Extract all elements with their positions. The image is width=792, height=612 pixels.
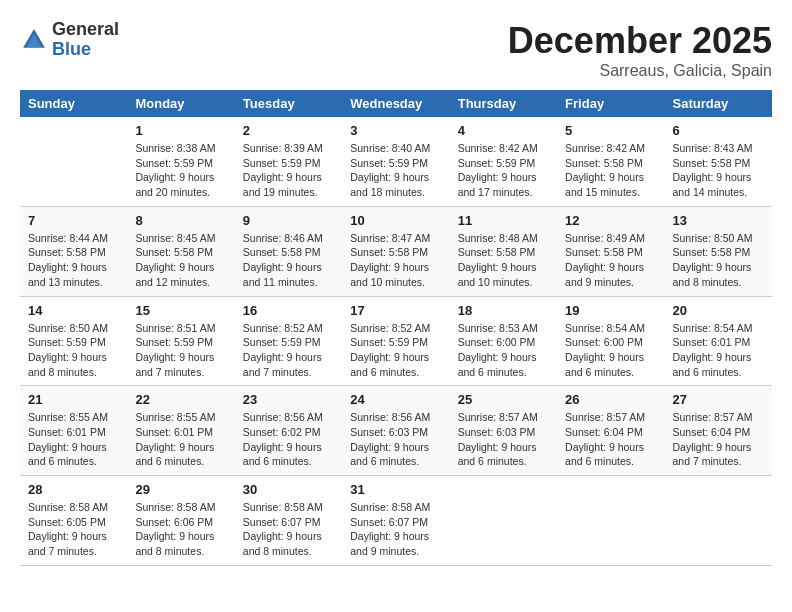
day-number: 22 [135,392,226,407]
calendar-cell: 3Sunrise: 8:40 AMSunset: 5:59 PMDaylight… [342,117,449,206]
day-info: Sunrise: 8:54 AMSunset: 6:00 PMDaylight:… [565,321,656,380]
day-number: 12 [565,213,656,228]
day-info: Sunrise: 8:48 AMSunset: 5:58 PMDaylight:… [458,231,549,290]
day-info: Sunrise: 8:42 AMSunset: 5:59 PMDaylight:… [458,141,549,200]
day-info: Sunrise: 8:46 AMSunset: 5:58 PMDaylight:… [243,231,334,290]
day-number: 18 [458,303,549,318]
day-info: Sunrise: 8:51 AMSunset: 5:59 PMDaylight:… [135,321,226,380]
col-header-sunday: Sunday [20,90,127,117]
day-info: Sunrise: 8:58 AMSunset: 6:07 PMDaylight:… [350,500,441,559]
logo-icon [20,26,48,54]
calendar-cell: 23Sunrise: 8:56 AMSunset: 6:02 PMDayligh… [235,386,342,476]
page-header: General Blue December 2025 Sarreaus, Gal… [20,20,772,80]
day-info: Sunrise: 8:56 AMSunset: 6:03 PMDaylight:… [350,410,441,469]
day-number: 20 [673,303,764,318]
day-info: Sunrise: 8:56 AMSunset: 6:02 PMDaylight:… [243,410,334,469]
day-number: 24 [350,392,441,407]
day-info: Sunrise: 8:40 AMSunset: 5:59 PMDaylight:… [350,141,441,200]
day-number: 13 [673,213,764,228]
day-number: 3 [350,123,441,138]
calendar-cell: 31Sunrise: 8:58 AMSunset: 6:07 PMDayligh… [342,476,449,566]
day-info: Sunrise: 8:50 AMSunset: 5:58 PMDaylight:… [673,231,764,290]
day-number: 16 [243,303,334,318]
day-info: Sunrise: 8:45 AMSunset: 5:58 PMDaylight:… [135,231,226,290]
calendar-cell: 2Sunrise: 8:39 AMSunset: 5:59 PMDaylight… [235,117,342,206]
day-info: Sunrise: 8:42 AMSunset: 5:58 PMDaylight:… [565,141,656,200]
calendar-cell: 12Sunrise: 8:49 AMSunset: 5:58 PMDayligh… [557,206,664,296]
day-number: 8 [135,213,226,228]
day-number: 30 [243,482,334,497]
calendar-cell: 9Sunrise: 8:46 AMSunset: 5:58 PMDaylight… [235,206,342,296]
day-number: 19 [565,303,656,318]
day-number: 4 [458,123,549,138]
day-info: Sunrise: 8:57 AMSunset: 6:04 PMDaylight:… [673,410,764,469]
calendar-cell: 10Sunrise: 8:47 AMSunset: 5:58 PMDayligh… [342,206,449,296]
calendar-cell: 14Sunrise: 8:50 AMSunset: 5:59 PMDayligh… [20,296,127,386]
week-row-4: 28Sunrise: 8:58 AMSunset: 6:05 PMDayligh… [20,476,772,566]
day-info: Sunrise: 8:50 AMSunset: 5:59 PMDaylight:… [28,321,119,380]
calendar-cell: 18Sunrise: 8:53 AMSunset: 6:00 PMDayligh… [450,296,557,386]
day-number: 25 [458,392,549,407]
calendar-header: SundayMondayTuesdayWednesdayThursdayFrid… [20,90,772,117]
day-info: Sunrise: 8:55 AMSunset: 6:01 PMDaylight:… [135,410,226,469]
day-info: Sunrise: 8:58 AMSunset: 6:07 PMDaylight:… [243,500,334,559]
calendar-table: SundayMondayTuesdayWednesdayThursdayFrid… [20,90,772,566]
calendar-cell: 11Sunrise: 8:48 AMSunset: 5:58 PMDayligh… [450,206,557,296]
day-info: Sunrise: 8:55 AMSunset: 6:01 PMDaylight:… [28,410,119,469]
calendar-cell: 4Sunrise: 8:42 AMSunset: 5:59 PMDaylight… [450,117,557,206]
calendar-cell: 16Sunrise: 8:52 AMSunset: 5:59 PMDayligh… [235,296,342,386]
col-header-friday: Friday [557,90,664,117]
col-header-thursday: Thursday [450,90,557,117]
week-row-1: 7Sunrise: 8:44 AMSunset: 5:58 PMDaylight… [20,206,772,296]
calendar-cell [450,476,557,566]
day-number: 29 [135,482,226,497]
calendar-cell: 25Sunrise: 8:57 AMSunset: 6:03 PMDayligh… [450,386,557,476]
day-info: Sunrise: 8:52 AMSunset: 5:59 PMDaylight:… [243,321,334,380]
day-number: 1 [135,123,226,138]
day-info: Sunrise: 8:47 AMSunset: 5:58 PMDaylight:… [350,231,441,290]
col-header-tuesday: Tuesday [235,90,342,117]
day-info: Sunrise: 8:52 AMSunset: 5:59 PMDaylight:… [350,321,441,380]
week-row-2: 14Sunrise: 8:50 AMSunset: 5:59 PMDayligh… [20,296,772,386]
calendar-cell: 30Sunrise: 8:58 AMSunset: 6:07 PMDayligh… [235,476,342,566]
title-block: December 2025 Sarreaus, Galicia, Spain [508,20,772,80]
week-row-0: 1Sunrise: 8:38 AMSunset: 5:59 PMDaylight… [20,117,772,206]
calendar-cell: 24Sunrise: 8:56 AMSunset: 6:03 PMDayligh… [342,386,449,476]
calendar-body: 1Sunrise: 8:38 AMSunset: 5:59 PMDaylight… [20,117,772,565]
day-info: Sunrise: 8:54 AMSunset: 6:01 PMDaylight:… [673,321,764,380]
day-number: 14 [28,303,119,318]
day-number: 2 [243,123,334,138]
day-number: 27 [673,392,764,407]
header-row: SundayMondayTuesdayWednesdayThursdayFrid… [20,90,772,117]
day-info: Sunrise: 8:57 AMSunset: 6:04 PMDaylight:… [565,410,656,469]
calendar-cell: 28Sunrise: 8:58 AMSunset: 6:05 PMDayligh… [20,476,127,566]
day-number: 23 [243,392,334,407]
day-number: 31 [350,482,441,497]
calendar-cell: 1Sunrise: 8:38 AMSunset: 5:59 PMDaylight… [127,117,234,206]
logo: General Blue [20,20,119,60]
day-info: Sunrise: 8:49 AMSunset: 5:58 PMDaylight:… [565,231,656,290]
day-info: Sunrise: 8:57 AMSunset: 6:03 PMDaylight:… [458,410,549,469]
day-info: Sunrise: 8:58 AMSunset: 6:06 PMDaylight:… [135,500,226,559]
calendar-cell [557,476,664,566]
day-number: 5 [565,123,656,138]
calendar-cell [665,476,772,566]
day-info: Sunrise: 8:43 AMSunset: 5:58 PMDaylight:… [673,141,764,200]
day-number: 11 [458,213,549,228]
day-number: 9 [243,213,334,228]
logo-blue-text: Blue [52,39,91,59]
calendar-cell: 15Sunrise: 8:51 AMSunset: 5:59 PMDayligh… [127,296,234,386]
week-row-3: 21Sunrise: 8:55 AMSunset: 6:01 PMDayligh… [20,386,772,476]
col-header-wednesday: Wednesday [342,90,449,117]
calendar-cell: 22Sunrise: 8:55 AMSunset: 6:01 PMDayligh… [127,386,234,476]
col-header-saturday: Saturday [665,90,772,117]
day-number: 26 [565,392,656,407]
col-header-monday: Monday [127,90,234,117]
day-number: 28 [28,482,119,497]
calendar-cell: 13Sunrise: 8:50 AMSunset: 5:58 PMDayligh… [665,206,772,296]
calendar-cell: 17Sunrise: 8:52 AMSunset: 5:59 PMDayligh… [342,296,449,386]
calendar-cell: 27Sunrise: 8:57 AMSunset: 6:04 PMDayligh… [665,386,772,476]
calendar-cell: 8Sunrise: 8:45 AMSunset: 5:58 PMDaylight… [127,206,234,296]
calendar-cell: 7Sunrise: 8:44 AMSunset: 5:58 PMDaylight… [20,206,127,296]
calendar-cell: 19Sunrise: 8:54 AMSunset: 6:00 PMDayligh… [557,296,664,386]
